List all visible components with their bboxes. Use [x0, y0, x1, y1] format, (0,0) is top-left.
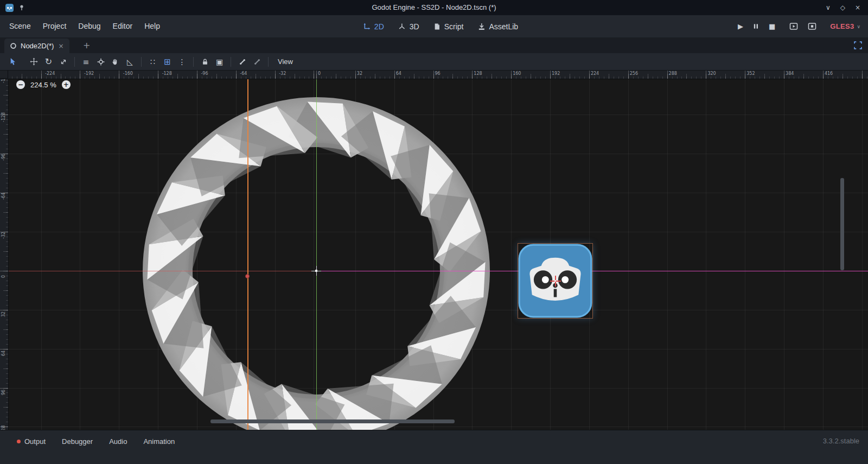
menu-debug[interactable]: Debug: [72, 15, 106, 37]
canvas-toolbar: ↻ ≡ ◺ ∷ ⊞ ⋮ ▣: [0, 53, 868, 71]
bone-icon: [239, 58, 246, 66]
hand-icon: [111, 58, 119, 66]
ruler-tick-label: 96: [435, 71, 441, 77]
menu-bar: Scene Project Debug Editor Help 2D 3D: [0, 15, 868, 38]
play-button[interactable]: ▶: [733, 22, 748, 30]
panel-tab-debugger[interactable]: Debugger: [54, 437, 101, 446]
godot-editor-window: Godot Engine - SS2D - Node2D.tscn (*) ∨ …: [0, 0, 868, 464]
ring-shape[interactable]: [0, 71, 868, 430]
move-tool-button[interactable]: [27, 55, 41, 68]
lock-object-button[interactable]: [197, 55, 212, 68]
toolbar-separator: [141, 57, 142, 67]
select-tool-button[interactable]: [5, 55, 20, 68]
skeleton-button[interactable]: [235, 55, 250, 68]
workspace-assetlib-button[interactable]: AssetLib: [470, 15, 525, 37]
ruler-left[interactable]: -160-128-96-64-320326496128: [0, 79, 9, 430]
workspace-3d-button[interactable]: 3D: [391, 15, 426, 37]
toolbar-separator: [74, 57, 75, 67]
skeleton-options-button[interactable]: [250, 55, 264, 68]
toolbar-separator: [193, 57, 194, 67]
playback-controls: ▶ ■ GLES3 ∨: [733, 15, 860, 37]
ruler-tick-label: -160: [123, 71, 133, 77]
pause-button[interactable]: [748, 23, 764, 29]
title-bar: Godot Engine - SS2D - Node2D.tscn (*) ∨ …: [0, 0, 868, 15]
renderer-dropdown[interactable]: GLES3 ∨: [830, 22, 860, 30]
panel-tab-animation[interactable]: Animation: [135, 437, 183, 446]
version-label: 3.3.2.stable: [823, 437, 859, 445]
zoom-level[interactable]: 224.5 %: [30, 81, 56, 89]
workspace-2d-button[interactable]: 2D: [356, 15, 391, 37]
window-close-button[interactable]: ×: [855, 4, 860, 11]
chevron-down-icon: ∨: [857, 24, 860, 29]
ruler-tick-label: 320: [707, 71, 716, 77]
window-maximize-button[interactable]: ◇: [840, 4, 845, 11]
menu-help[interactable]: Help: [138, 15, 166, 37]
list-select-button[interactable]: ≡: [79, 55, 93, 68]
workspace-switcher: 2D 3D Script AssetLib: [356, 15, 525, 37]
panel-tab-audio[interactable]: Audio: [101, 437, 135, 446]
smart-snap-button[interactable]: ∷: [145, 55, 160, 68]
ruler-tick-label: -64: [240, 71, 247, 77]
window-shade-button[interactable]: ∨: [826, 4, 831, 11]
menu-scene[interactable]: Scene: [3, 15, 37, 37]
stop-button[interactable]: ■: [764, 22, 780, 30]
ruler-top[interactable]: -224-192-160-128-96-64-32032649612816019…: [8, 71, 868, 79]
horizontal-scrollbar-thumb[interactable]: [210, 419, 455, 423]
menu-project[interactable]: Project: [37, 15, 73, 37]
ruler-tick-label: -32: [1, 232, 7, 239]
shape-control-point[interactable]: [245, 274, 250, 278]
ruler-tick-label: -128: [162, 71, 172, 77]
zoom-in-button[interactable]: +: [62, 80, 71, 89]
workspace-2d-label: 2D: [374, 22, 384, 31]
scene-tab-bar: Node2D(*) × +: [0, 37, 868, 53]
zoom-out-button[interactable]: −: [16, 80, 25, 89]
scale-tool-button[interactable]: [56, 55, 71, 68]
canvas-viewport[interactable]: -224-192-160-128-96-64-32032649612816019…: [0, 71, 868, 430]
scene-tab-node2d[interactable]: Node2D(*) ×: [4, 39, 69, 53]
ruler-tick-label: 32: [357, 71, 362, 77]
group-object-button[interactable]: ▣: [212, 55, 227, 68]
renderer-label: GLES3: [830, 22, 854, 30]
download-icon: [477, 23, 485, 30]
play-scene-button[interactable]: [784, 23, 803, 30]
pan-tool-button[interactable]: [108, 55, 123, 68]
script-icon: [433, 23, 441, 30]
zoom-widget: − 224.5 % +: [16, 80, 71, 89]
play-custom-scene-button[interactable]: [803, 23, 821, 30]
ruler-left-minor-ticks: [6, 79, 8, 430]
ruler-tick-label: -224: [45, 71, 55, 77]
rotate-tool-button[interactable]: ↻: [41, 55, 56, 68]
y-axis-line: [316, 79, 317, 430]
ruler-tick-label: -160: [1, 79, 7, 83]
bone-options-icon: [253, 58, 261, 66]
tab-close-icon[interactable]: ×: [58, 42, 64, 50]
view-menu-button[interactable]: View: [272, 58, 298, 66]
ruler-tick-label: -96: [201, 71, 208, 77]
pivot-icon: [97, 58, 105, 66]
ruler-tick-label: 0: [318, 71, 321, 77]
3d-axes-icon: [398, 23, 406, 30]
move-icon: [30, 58, 38, 66]
menu-editor[interactable]: Editor: [107, 15, 139, 37]
select-arrow-icon: [9, 58, 17, 66]
panel-tab-output[interactable]: Output: [9, 437, 54, 446]
output-error-dot-icon: [17, 440, 21, 443]
grid-snap-button[interactable]: ⊞: [160, 55, 175, 68]
vertical-scrollbar-thumb[interactable]: [840, 178, 844, 270]
add-scene-tab-button[interactable]: +: [79, 37, 94, 53]
ruler-tick-label: 0: [1, 275, 7, 278]
ruler-tick-label: -96: [1, 154, 7, 161]
snap-options-button[interactable]: ⋮: [175, 55, 189, 68]
bottom-panel-tabs: Output Debugger Audio Animation: [0, 430, 868, 452]
workspace-script-button[interactable]: Script: [426, 15, 471, 37]
ruler-tick-label: 32: [1, 312, 7, 317]
2d-axes-icon: [363, 23, 371, 30]
distraction-free-button[interactable]: [853, 41, 863, 50]
ruler-tool-button[interactable]: ◺: [123, 55, 137, 68]
workspace-script-label: Script: [444, 22, 464, 31]
workspace-assetlib-label: AssetLib: [489, 22, 518, 31]
ruler-tick-label: 352: [746, 71, 755, 77]
pivot-tool-button[interactable]: [93, 55, 108, 68]
lock-icon: [201, 58, 209, 66]
toolbar-separator: [231, 57, 231, 67]
